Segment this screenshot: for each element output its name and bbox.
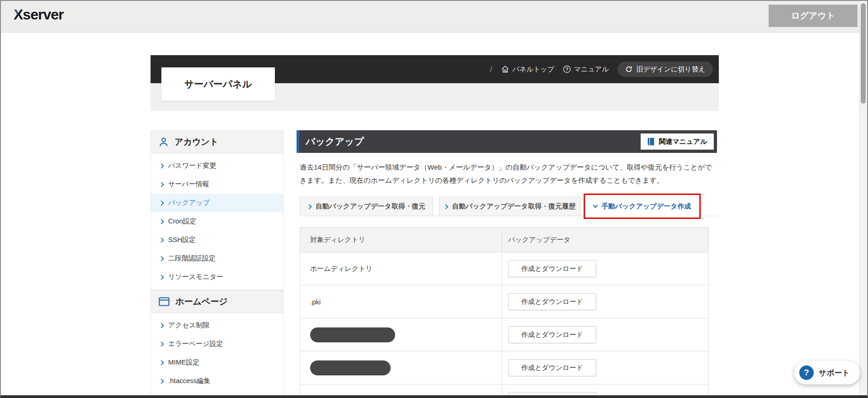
chevron-right-icon <box>159 341 164 346</box>
global-topbar: XXserver ログアウト <box>0 0 868 33</box>
table-row-partial: 作成とダウンロード <box>300 384 708 398</box>
chevron-right-icon <box>159 182 164 187</box>
scrollbar-track[interactable] <box>859 1 867 395</box>
sidebar-item-resource-monitor[interactable]: リソースモニター <box>151 268 283 286</box>
directory-name <box>300 384 502 398</box>
server-panel-brand: サーバーパネル <box>161 67 275 101</box>
tab-manual-backup-create[interactable]: 手動バックアップデータ作成 <box>585 195 699 218</box>
table-row: .pki 作成とダウンロード <box>300 285 708 318</box>
table-row: 作成とダウンロード <box>300 318 708 351</box>
create-download-button[interactable]: 作成とダウンロード <box>508 392 596 398</box>
table-row: 作成とダウンロード <box>300 351 708 384</box>
support-button[interactable]: ? サポート <box>794 361 860 384</box>
chevron-right-icon <box>443 204 448 209</box>
sidebar-item-error-page[interactable]: エラーページ設定 <box>151 335 283 353</box>
directory-name: .pki <box>300 285 502 318</box>
table-row: ホームディレクトリ 作成とダウンロード <box>300 252 708 285</box>
tab-auto-backup-history[interactable]: 自動バックアップデータ取得・復元履歴 <box>439 197 580 216</box>
chevron-right-icon <box>159 379 164 384</box>
create-download-button[interactable]: 作成とダウンロード <box>508 326 596 343</box>
create-download-button[interactable]: 作成とダウンロード <box>508 260 596 277</box>
page-title: バックアップ <box>306 135 364 148</box>
chevron-down-icon <box>593 203 598 208</box>
chevron-right-icon <box>159 360 164 365</box>
sidebar: アカウント パスワード変更 サーバー情報 バックアップ Cron設定 SSH設定… <box>151 130 283 398</box>
switch-old-design-button[interactable]: 旧デザインに切り替え <box>618 62 713 77</box>
sidebar-item-access-restriction[interactable]: アクセス制限 <box>151 316 283 335</box>
server-panel-brand-label: サーバーパネル <box>184 78 252 90</box>
sidebar-item-password-change[interactable]: パスワード変更 <box>151 156 283 175</box>
sidebar-account-list: パスワード変更 サーバー情報 バックアップ Cron設定 SSH設定 二段階認証… <box>151 153 283 290</box>
chevron-right-icon <box>159 275 164 280</box>
question-circle-icon: ? <box>563 65 571 73</box>
panel-top-link[interactable]: パネルトップ <box>501 65 554 74</box>
sidebar-item-server-info[interactable]: サーバー情報 <box>151 175 283 194</box>
related-manual-button[interactable]: 関連マニュアル <box>641 133 714 150</box>
sidebar-item-cron[interactable]: Cron設定 <box>151 212 283 231</box>
redacted-directory-bar <box>310 360 391 375</box>
user-icon <box>159 137 169 147</box>
chevron-right-icon <box>159 323 164 328</box>
chevron-right-icon <box>159 200 164 205</box>
question-icon: ? <box>799 365 814 380</box>
chevron-right-icon <box>307 204 311 209</box>
breadcrumb-slash: / <box>490 65 492 74</box>
table-header-row: 対象ディレクトリ バックアップデータ <box>300 227 708 252</box>
main-content: バックアップ 関連マニュアル 過去14日間分の「サーバー領域データ（Web・メー… <box>297 130 717 398</box>
chevron-right-icon <box>159 219 164 224</box>
chevron-right-icon <box>159 237 164 242</box>
redacted-directory-bar <box>310 327 395 342</box>
logout-button[interactable]: ログアウト <box>769 5 858 27</box>
red-highlight-box: 手動バックアップデータ作成 <box>584 194 701 219</box>
sidebar-item-htaccess[interactable]: .htaccess編集 <box>151 372 283 390</box>
page-description: 過去14日間分の「サーバー領域データ（Web・メールデータ）」の自動バックアップ… <box>300 161 714 187</box>
sidebar-section-account: アカウント <box>151 131 283 153</box>
create-download-button[interactable]: 作成とダウンロード <box>508 293 596 310</box>
sidebar-item-site-transfer[interactable]: サイト転送設定 <box>151 390 283 398</box>
sidebar-item-mime[interactable]: MIME設定 <box>151 353 283 372</box>
home-icon <box>501 65 509 73</box>
panel-header-nav: / パネルトップ ? マニュアル 旧デザインに切り替え <box>490 55 713 83</box>
backup-tabs: 自動バックアップデータ取得・復元 自動バックアップデータ取得・復元履歴 手動バッ… <box>297 196 717 216</box>
chevron-right-icon <box>159 163 164 168</box>
create-download-button[interactable]: 作成とダウンロード <box>508 359 596 376</box>
panel-header-bar: サーバーパネル / パネルトップ ? マニュアル 旧デザインに切り替え <box>151 55 719 83</box>
refresh-icon <box>625 66 632 73</box>
directory-name: ホームディレクトリ <box>300 252 502 285</box>
xserver-x-mark: XX <box>14 6 23 23</box>
xserver-logo[interactable]: XXserver <box>14 6 63 23</box>
support-label: サポート <box>819 368 850 378</box>
sidebar-item-ssh[interactable]: SSH設定 <box>151 231 283 249</box>
tab-auto-backup-restore[interactable]: 自動バックアップデータ取得・復元 <box>300 197 433 216</box>
page-title-bar: バックアップ 関連マニュアル <box>297 130 717 153</box>
svg-text:?: ? <box>566 66 568 72</box>
chevron-right-icon <box>159 256 164 261</box>
manual-link[interactable]: ? マニュアル <box>563 65 609 74</box>
book-icon <box>647 137 655 146</box>
column-header-directory: 対象ディレクトリ <box>300 227 502 252</box>
column-header-backup-data: バックアップデータ <box>502 227 708 252</box>
sidebar-homepage-list: アクセス制限 エラーページ設定 MIME設定 .htaccess編集 サイト転送… <box>151 313 283 398</box>
sidebar-section-homepage: ホームページ <box>151 290 283 313</box>
backup-table: 対象ディレクトリ バックアップデータ ホームディレクトリ 作成とダウンロード .… <box>300 227 709 398</box>
browser-icon <box>159 297 170 306</box>
sidebar-item-backup[interactable]: バックアップ <box>151 194 283 212</box>
sidebar-item-two-factor[interactable]: 二段階認証設定 <box>151 249 283 268</box>
scrollbar-thumb[interactable] <box>861 3 866 104</box>
